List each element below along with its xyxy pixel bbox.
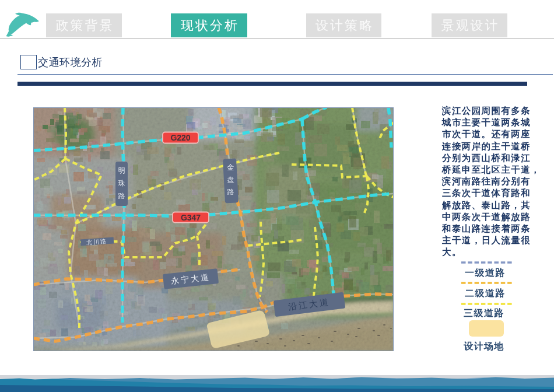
svg-text:金: 金: [227, 163, 234, 172]
svg-text:路: 路: [118, 192, 125, 200]
svg-text:明: 明: [118, 166, 125, 174]
svg-text:盘: 盘: [227, 176, 234, 184]
svg-text:G347: G347: [181, 213, 201, 222]
svg-text:路: 路: [227, 188, 234, 196]
svg-text:珠: 珠: [118, 179, 125, 187]
svg-text:G220: G220: [170, 133, 190, 142]
